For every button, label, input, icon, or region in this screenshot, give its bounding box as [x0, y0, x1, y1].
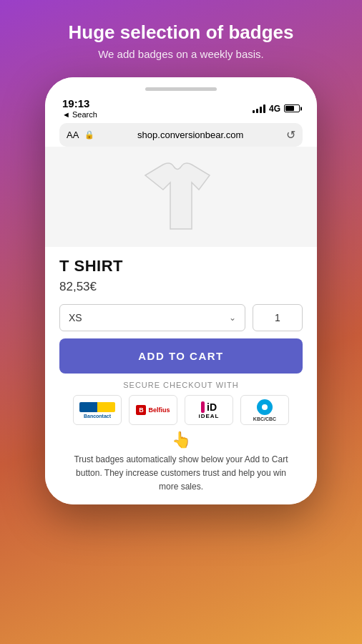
secure-checkout-label: SECURE CHECKOUT WITH: [59, 381, 303, 389]
reload-icon[interactable]: ↺: [286, 128, 295, 142]
belfius-text: Belfius: [148, 406, 170, 414]
ideal-text: iDEAL: [199, 413, 220, 419]
chevron-down-icon: ⌄: [229, 313, 236, 323]
trust-text: Trust badges automatically show below yo…: [74, 454, 288, 492]
lock-icon: 🔒: [84, 130, 94, 140]
size-value: XS: [69, 312, 82, 323]
url-text: shop.conversionbear.com: [97, 130, 283, 140]
phone-frame: 19:13 ◄ Search 4G AA 🔒 shop.conversio: [45, 77, 317, 504]
signal-bars-icon: [253, 104, 265, 113]
secure-checkout-section: SECURE CHECKOUT WITH Bancontact B Be: [59, 381, 303, 425]
add-to-cart-button[interactable]: ADD TO CART: [59, 338, 303, 374]
bancontact-stripe: [79, 402, 115, 412]
status-time: 19:13: [62, 98, 89, 109]
status-left: 19:13 ◄ Search: [62, 98, 97, 119]
belfius-brand: B Belfius: [136, 405, 170, 415]
trust-emoji: 👆: [67, 431, 295, 449]
ideal-top: iD: [201, 401, 217, 413]
quantity-input[interactable]: 1: [253, 304, 303, 331]
product-image-area: [45, 147, 317, 247]
kbc-brand: KBC/CBC: [253, 399, 276, 421]
header-section: Huge selection of badges We add badges o…: [54, 21, 308, 60]
url-aa-label: AA: [67, 130, 79, 140]
belfius-b-letter: B: [139, 406, 144, 414]
kbc-circle-icon: [257, 399, 273, 415]
tshirt-image: [138, 154, 224, 240]
payment-logos: Bancontact B Belfius: [59, 395, 303, 425]
size-selector[interactable]: XS ⌄: [59, 304, 245, 331]
ideal-brand: iD iDEAL: [199, 401, 220, 419]
bancontact-text: Bancontact: [84, 414, 111, 419]
ideal-logo: iD iDEAL: [185, 395, 233, 425]
phone-bezel-top: 19:13 ◄ Search 4G AA 🔒 shop.conversio: [45, 77, 317, 147]
product-content: T SHIRT 82,53€ XS ⌄ 1 ADD TO CART SECURE…: [45, 147, 317, 504]
battery-icon: [284, 104, 300, 112]
status-right: 4G: [253, 104, 300, 114]
kbc-text: KBC/CBC: [253, 416, 276, 421]
trust-area: 👆 Trust badges automatically show below …: [59, 431, 303, 493]
status-search: ◄ Search: [62, 110, 97, 119]
belfius-square-icon: B: [136, 405, 146, 415]
belfius-logo: B Belfius: [129, 395, 177, 425]
url-bar[interactable]: AA 🔒 shop.conversionbear.com ↺: [59, 123, 303, 147]
status-bar: 19:13 ◄ Search 4G: [59, 98, 303, 119]
product-title: T SHIRT: [59, 257, 303, 275]
header-subtitle: We add badges on a weekly basis.: [69, 48, 294, 60]
network-type: 4G: [269, 104, 280, 114]
bancontact-logo: Bancontact: [73, 395, 122, 425]
ideal-stripe: [201, 401, 205, 413]
options-row: XS ⌄ 1: [59, 304, 303, 331]
header-title: Huge selection of badges: [69, 21, 294, 44]
phone-notch: [145, 87, 217, 91]
product-price: 82,53€: [59, 280, 303, 294]
bancontact-brand: Bancontact: [79, 402, 115, 419]
quantity-value: 1: [275, 312, 280, 323]
ideal-d-letter: iD: [207, 402, 217, 412]
kbc-logo: KBC/CBC: [240, 395, 289, 425]
